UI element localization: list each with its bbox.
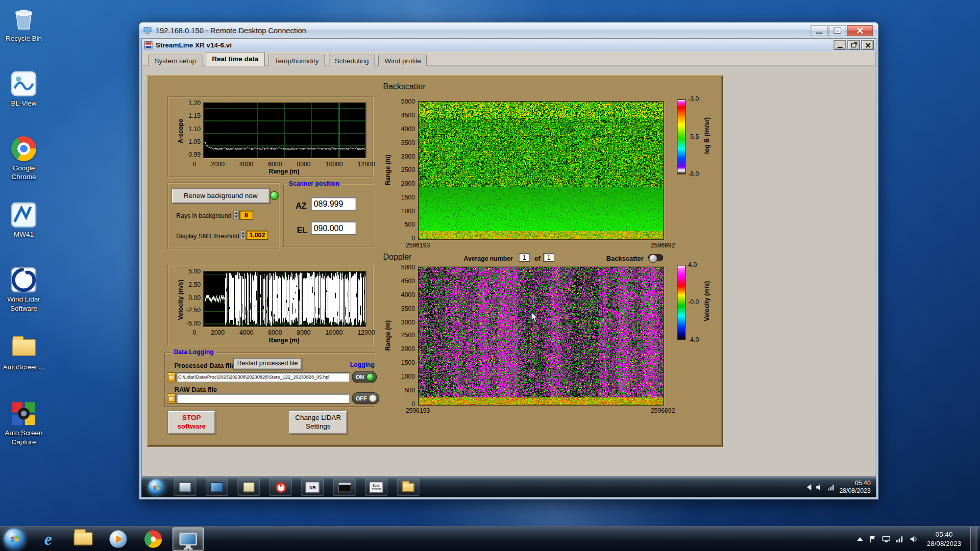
auto-screen-capture-icon bbox=[10, 400, 38, 428]
tick-label: 0 bbox=[411, 235, 415, 241]
restart-processed-file-button[interactable]: Restart processed file bbox=[233, 358, 302, 370]
remote-taskbar-app-folder[interactable] bbox=[397, 479, 420, 496]
renew-background-button[interactable]: Renew background now bbox=[172, 188, 270, 204]
scanner-position-title: Scanner position bbox=[287, 180, 341, 187]
rdp-close-button[interactable] bbox=[847, 25, 873, 36]
desktop-icon-recycle-bin[interactable]: Recycle Bin bbox=[0, 5, 47, 43]
processed-logging-toggle[interactable]: ON bbox=[352, 371, 376, 383]
show-hidden-icons[interactable] bbox=[857, 537, 863, 540]
power-icon bbox=[275, 482, 286, 493]
snr-value-field[interactable]: 1.002 bbox=[246, 231, 268, 240]
remote-taskbar-app-power[interactable] bbox=[270, 479, 292, 496]
snr-spinner[interactable] bbox=[240, 231, 246, 239]
tab-strip: System setup Real time data Temp/humidit… bbox=[142, 51, 876, 66]
raw-data-file-path[interactable] bbox=[176, 393, 350, 404]
desktop-icon-google-chrome[interactable]: Google Chrome bbox=[0, 135, 47, 181]
tick-label: 8000 bbox=[297, 329, 310, 336]
tick-label: 12000 bbox=[358, 329, 375, 336]
average-count-field[interactable]: 1 bbox=[543, 253, 554, 262]
velocity-plot[interactable] bbox=[203, 271, 366, 327]
desktop-icon-wind-lidar[interactable]: Wind Lidar Software bbox=[0, 266, 47, 313]
host-taskbar: e 05:40 28/08/2023 bbox=[0, 526, 980, 551]
network-icon[interactable] bbox=[896, 535, 904, 543]
desktop-icon-label: AutoScreen... bbox=[0, 363, 47, 371]
tick-label: 5000 bbox=[401, 98, 415, 105]
doppler-heatmap[interactable] bbox=[418, 267, 664, 406]
taskbar-windows-explorer[interactable] bbox=[67, 527, 99, 551]
taskbar-chrome[interactable] bbox=[137, 527, 168, 551]
processed-path-browse-icon[interactable] bbox=[167, 372, 176, 383]
remote-taskbar-app-xr[interactable]: XR bbox=[301, 479, 324, 496]
tray-expand-icon[interactable] bbox=[807, 484, 812, 490]
display-icon[interactable] bbox=[882, 535, 891, 543]
mouse-cursor bbox=[531, 311, 540, 323]
start-orb-icon bbox=[4, 528, 25, 549]
taskbar-remote-desktop-active[interactable] bbox=[173, 527, 204, 551]
doppler-colorbar bbox=[677, 265, 685, 340]
close-icon bbox=[856, 27, 864, 35]
remote-start-button[interactable] bbox=[148, 479, 164, 495]
ascope-plot[interactable] bbox=[203, 103, 366, 158]
doppler-y-label: Range (m) bbox=[384, 267, 393, 404]
action-center-flag-icon[interactable] bbox=[868, 535, 877, 543]
wind-lidar-icon bbox=[10, 266, 38, 294]
desktop-icon-mw41[interactable]: MW41 bbox=[0, 201, 47, 239]
backscatter-toggle-switch[interactable] bbox=[648, 254, 663, 261]
tick-label: 500 bbox=[405, 387, 415, 393]
remote-taskbar-app-document[interactable] bbox=[237, 479, 260, 496]
desktop-icon-auto-screen-capture[interactable]: Auto Screen Capture bbox=[0, 400, 47, 446]
tab-wind-profile[interactable]: Wind profile bbox=[378, 55, 427, 66]
rays-value-field[interactable]: 8 bbox=[239, 211, 253, 220]
rdp-titlebar[interactable]: 192.168.0.150 - Remote Desktop Connectio… bbox=[139, 22, 878, 38]
rdp-minimize-button[interactable] bbox=[811, 25, 828, 36]
rays-spinner[interactable] bbox=[233, 211, 239, 219]
start-button[interactable] bbox=[0, 527, 29, 551]
remote-clock-date: 28/08/2023 bbox=[839, 487, 870, 495]
remote-taskbar-app-console[interactable] bbox=[333, 479, 356, 496]
remote-desktop-icon bbox=[179, 533, 197, 545]
change-lidar-settings-button[interactable]: Change LiDAR Settings bbox=[289, 410, 348, 434]
network-icon[interactable] bbox=[827, 484, 835, 491]
console-icon bbox=[338, 482, 351, 492]
az-value-field[interactable]: 089.999 bbox=[311, 197, 356, 211]
volume-icon[interactable] bbox=[816, 484, 823, 491]
remote-clock[interactable]: 05:40 28/08/2023 bbox=[839, 480, 870, 495]
show-desktop-button[interactable] bbox=[970, 527, 977, 551]
remote-taskbar-app-monitor[interactable] bbox=[206, 479, 228, 496]
el-value-field[interactable]: 090.000 bbox=[311, 221, 356, 235]
scanner-position-group: Scanner position AZ 089.999 EL 090.000 bbox=[283, 184, 375, 247]
app-close-button[interactable] bbox=[861, 40, 873, 50]
desktop-icon-bl-view[interactable]: BL-View bbox=[0, 70, 47, 108]
stop-software-button[interactable]: STOP software bbox=[167, 410, 215, 434]
tick-label: 3500 bbox=[401, 305, 415, 311]
raw-logging-toggle[interactable]: OFF bbox=[352, 392, 379, 404]
velocity-group: 5.002.500.00-2.50-5.00 Velocity (m/s) 02… bbox=[167, 265, 374, 346]
desktop-icon-autoscreen[interactable]: AutoScreen... bbox=[0, 334, 47, 371]
el-value: 090.000 bbox=[314, 223, 344, 233]
taskbar-internet-explorer[interactable]: e bbox=[33, 527, 64, 551]
tick-label: 10000 bbox=[326, 329, 343, 336]
tab-system-setup[interactable]: System setup bbox=[148, 55, 202, 66]
tab-temp-humidity[interactable]: Temp/humidity bbox=[268, 55, 325, 66]
app-titlebar[interactable]: StreamLine XR v14-6.vi bbox=[142, 39, 876, 51]
remote-taskbar-app-window[interactable] bbox=[174, 479, 196, 496]
app-minimize-button[interactable] bbox=[834, 40, 846, 50]
taskbar-clock[interactable]: 05:40 28/08/2023 bbox=[923, 530, 965, 548]
average-number-field[interactable]: 1 bbox=[519, 253, 530, 262]
scan-sched-icon: Scan sched bbox=[370, 482, 383, 493]
volume-icon[interactable] bbox=[910, 535, 918, 543]
remote-taskbar-app-scan-sched[interactable]: Scan sched bbox=[365, 479, 387, 496]
raw-path-browse-icon[interactable] bbox=[167, 393, 176, 404]
tick-label: 2000 bbox=[211, 161, 225, 167]
tab-scheduling[interactable]: Scheduling bbox=[328, 55, 375, 66]
restore-icon bbox=[851, 43, 856, 47]
desktop-icon-label: Recycle Bin bbox=[0, 34, 47, 43]
backscatter-heatmap[interactable] bbox=[418, 101, 664, 240]
rdp-maximize-button[interactable] bbox=[829, 25, 846, 36]
taskbar-media-player[interactable] bbox=[103, 527, 134, 551]
tick-label: 4000 bbox=[239, 329, 253, 336]
app-restore-button[interactable] bbox=[847, 40, 860, 50]
desktop-icon-label: MW41 bbox=[0, 231, 47, 239]
tab-real-time-data[interactable]: Real time data bbox=[206, 52, 265, 66]
processed-data-file-path[interactable]: C:\Lidar\Data\Proc\2023\202308\20230828\… bbox=[176, 372, 350, 383]
